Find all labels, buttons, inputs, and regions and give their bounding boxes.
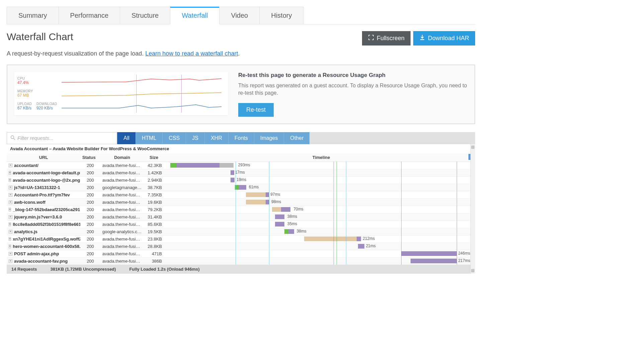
timing-bar [239,185,246,190]
filter-tab-all[interactable]: All [117,132,136,144]
timing-label: 293ms [238,163,250,167]
table-row[interactable]: +POST admin-ajax.php200avada.theme-fusio… [7,250,475,257]
retest-title: Re-test this page to generate a Resource… [238,72,468,79]
download-label: DOWNLOAD [36,102,57,106]
table-row[interactable]: +jquery.min.js?ver=3.6.0200avada.theme-f… [7,213,475,220]
timing-label: 61ms [249,185,259,189]
expand-icon[interactable]: + [9,178,11,182]
timing-bar [170,163,176,168]
status-cell: 200 [80,176,100,184]
col-domain-header[interactable]: Domain [100,153,144,162]
expand-icon[interactable]: + [9,259,12,263]
col-url-header[interactable]: URL [7,153,80,162]
memory-label: MEMORY [17,89,33,93]
expand-icon[interactable]: + [9,171,11,175]
table-row[interactable]: +analytics.js200google-analytics.com19.5… [7,228,475,235]
timing-label: 21ms [366,244,375,248]
table-row[interactable]: +Accountant-Pro.ttf?ym7fev200avada.theme… [7,191,475,198]
filter-tab-other[interactable]: Other [284,132,310,144]
retest-button[interactable]: Re-test [238,103,274,117]
scroll-arrow-up[interactable] [471,146,474,149]
expand-icon[interactable]: + [9,193,12,197]
status-cell: 200 [80,198,100,206]
timing-bar [411,259,457,263]
status-cell: 200 [80,243,100,250]
size-cell: 85.6KB [144,220,167,228]
timeline-cell: 98ms [167,198,475,206]
expand-icon[interactable]: + [9,222,11,226]
domain-cell: avada.theme-fusion.... [100,206,144,213]
filter-input[interactable] [17,135,113,141]
table-title: Avada Accountant – Avada Website Builder… [7,144,475,153]
col-timeline-header[interactable]: Timeline [167,153,475,162]
footer-requests: 14 Requests [11,267,37,272]
status-cell: 200 [80,250,100,257]
timing-bar [266,192,269,197]
table-row[interactable]: +avada-accountant-fav.png200avada.theme-… [7,257,475,265]
timing-label: 97ms [270,192,280,197]
tab-waterfall[interactable]: Waterfall [170,7,219,24]
table-row[interactable]: +awb-icons.woff200avada.theme-fusion....… [7,198,475,206]
timing-label: 19ms [237,177,246,182]
timing-bar [281,207,290,212]
timeline-cell: 21ms [167,243,475,250]
request-url: _blog-147-552bdaeaf23205ca291... [13,207,80,212]
filter-tab-fonts[interactable]: Fonts [228,132,254,144]
expand-icon[interactable]: + [9,215,12,219]
retest-desc: This report was generated on a guest acc… [238,82,468,97]
request-url: POST admin-ajax.php [14,251,59,256]
table-row[interactable]: +hero-women-accountant-600x58...200avada… [7,243,475,250]
timing-bar [284,229,289,234]
expand-icon[interactable]: + [9,208,11,211]
col-status-header[interactable]: Status [80,153,100,162]
tab-video[interactable]: Video [219,7,260,24]
filter-tab-images[interactable]: Images [254,132,284,144]
timeline-cell: 38ms [167,213,475,220]
table-row[interactable]: +accountant/200avada.theme-fusion....42.… [7,162,475,169]
expand-icon[interactable]: + [9,186,12,189]
tab-performance[interactable]: Performance [59,7,120,24]
size-cell: 42.3KB [144,162,167,169]
expand-icon[interactable]: + [9,164,12,167]
table-row[interactable]: +avada-accountant-logo-default.png200ava… [7,169,475,176]
fullscreen-button[interactable]: Fullscreen [362,31,411,46]
scrollbar[interactable] [470,144,475,274]
request-url: jquery.min.js?ver=3.6.0 [14,214,62,219]
filter-tab-html[interactable]: HTML [136,132,163,144]
col-size-header[interactable]: Size [144,153,167,162]
domain-cell: avada.theme-fusion.... [100,257,144,265]
expand-icon[interactable]: + [9,200,12,204]
filter-input-wrap[interactable] [7,132,117,144]
size-cell: 471B [144,250,167,257]
expand-icon[interactable]: + [9,252,12,256]
tab-structure[interactable]: Structure [120,7,170,24]
status-cell: 200 [80,220,100,228]
filter-tab-css[interactable]: CSS [162,132,186,144]
timing-bar [401,251,457,256]
table-row[interactable]: +js?id=UA-134131322-1200googletagmanager… [7,184,475,191]
table-row[interactable]: +_blog-147-552bdaeaf23205ca291...200avad… [7,206,475,213]
expand-icon[interactable]: + [9,245,11,248]
request-url: avada-accountant-logo-@2x.png [13,178,80,183]
size-cell: 28.8KB [144,243,167,250]
request-url: js?id=UA-134131322-1 [14,185,60,190]
table-row[interactable]: +xn7gYHE41ni1AdIRggexSg.woff2200avada.th… [7,235,475,243]
learn-link[interactable]: Learn how to read a waterfall chart [145,50,238,57]
main-tabs: SummaryPerformanceStructureWaterfallVide… [7,7,475,24]
tab-summary[interactable]: Summary [7,7,59,24]
filter-tab-js[interactable]: JS [186,132,204,144]
download-har-button[interactable]: Download HAR [413,31,475,46]
expand-icon[interactable]: + [9,237,11,241]
tab-history[interactable]: History [259,7,303,24]
table-row[interactable]: +8cc8e8addd052f3b01519f8f8e661...200avad… [7,220,475,228]
request-url: xn7gYHE41ni1AdIRggexSg.woff2 [13,237,80,242]
memory-value: 67 MB [17,93,33,98]
timeline-cell: 38ms [167,228,475,235]
scroll-arrow-down[interactable] [471,269,474,272]
size-cell: 79.2KB [144,206,167,213]
timing-bar [266,200,269,204]
expand-icon[interactable]: + [9,230,12,234]
timing-label: 246ms [458,251,470,256]
table-row[interactable]: +avada-accountant-logo-@2x.png200avada.t… [7,176,475,184]
filter-tab-xhr[interactable]: XHR [204,132,228,144]
